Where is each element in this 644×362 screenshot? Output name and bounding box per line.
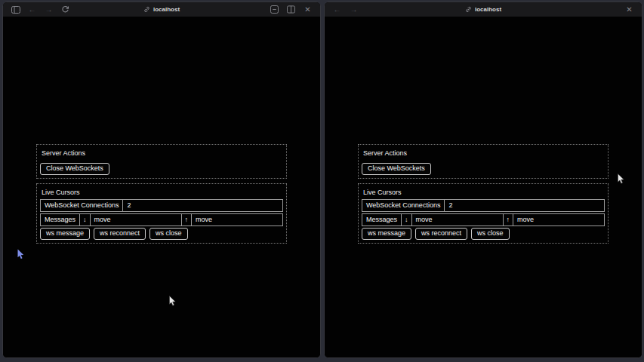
page-title: localhost: [153, 6, 180, 13]
titlebar-left-controls: ← →: [332, 5, 359, 14]
refresh-icon[interactable]: [60, 5, 70, 14]
titlebar-left-controls: ← →: [11, 5, 70, 14]
messages-label: Messages: [41, 214, 80, 225]
link-icon: [465, 6, 472, 13]
live-cursors-panel: Live Cursors WebSocket Connections 2 Mes…: [358, 183, 609, 244]
titlebar[interactable]: ← → localhost ✕: [325, 2, 642, 17]
arrow-up-icon: ↑: [182, 214, 193, 225]
forward-icon[interactable]: →: [44, 5, 54, 14]
ws-reconnect-button[interactable]: ws reconnect: [415, 228, 467, 240]
titlebar[interactable]: ← → localhost ✕: [3, 2, 320, 17]
connections-value: 2: [445, 200, 604, 211]
close-icon[interactable]: ✕: [624, 5, 634, 14]
address-title: localhost: [325, 2, 642, 17]
close-icon[interactable]: ✕: [303, 5, 313, 14]
back-icon[interactable]: ←: [27, 5, 37, 14]
messages-up-value: move: [513, 214, 604, 225]
connections-row: WebSocket Connections 2: [362, 199, 605, 212]
page-title: localhost: [475, 6, 501, 13]
desktop: ← → localhost ✕: [0, 0, 644, 362]
messages-up-value: move: [192, 214, 282, 225]
arrow-up-icon: ↑: [504, 214, 514, 225]
ws-close-button[interactable]: ws close: [149, 228, 188, 240]
connections-label: WebSocket Connections: [41, 200, 123, 211]
live-cursors-title: Live Cursors: [363, 189, 605, 196]
sidebar-toggle-icon[interactable]: [11, 5, 20, 14]
messages-row: Messages ↓ move ↑ move: [40, 213, 283, 226]
ws-reconnect-button[interactable]: ws reconnect: [94, 228, 146, 240]
reader-icon[interactable]: [270, 5, 279, 14]
server-actions-title: Server Actions: [363, 149, 605, 157]
connections-value: 2: [123, 200, 282, 211]
titlebar-right-controls: ✕: [624, 5, 634, 14]
close-websockets-button[interactable]: Close WebSockets: [362, 163, 431, 175]
ws-message-button[interactable]: ws message: [362, 228, 411, 240]
ws-button-row: ws message ws reconnect ws close: [362, 228, 605, 240]
page-content: Server Actions Close WebSockets Live Cur…: [3, 17, 320, 357]
split-view-icon[interactable]: [286, 5, 296, 14]
arrow-down-icon: ↓: [402, 214, 412, 225]
titlebar-right-controls: ✕: [270, 5, 313, 14]
browser-window-right: ← → localhost ✕ Server Actions Close Web…: [324, 2, 642, 358]
back-icon[interactable]: ←: [332, 5, 342, 14]
page-content: Server Actions Close WebSockets Live Cur…: [325, 17, 642, 357]
live-cursors-panel: Live Cursors WebSocket Connections 2 Mes…: [36, 183, 287, 244]
server-actions-title: Server Actions: [42, 149, 283, 157]
messages-label: Messages: [362, 214, 402, 225]
connections-label: WebSocket Connections: [362, 200, 445, 211]
ws-close-button[interactable]: ws close: [471, 228, 510, 240]
server-actions-panel: Server Actions Close WebSockets: [358, 144, 609, 179]
server-actions-panel: Server Actions Close WebSockets: [36, 144, 287, 179]
close-websockets-button[interactable]: Close WebSockets: [40, 163, 109, 175]
live-cursors-title: Live Cursors: [42, 189, 283, 196]
forward-icon[interactable]: →: [349, 5, 359, 14]
ws-message-button[interactable]: ws message: [40, 228, 90, 240]
messages-down-value: move: [412, 214, 504, 225]
messages-row: Messages ↓ move ↑ move: [362, 213, 605, 226]
ws-button-row: ws message ws reconnect ws close: [40, 228, 283, 240]
link-icon: [143, 6, 150, 13]
messages-down-value: move: [91, 214, 182, 225]
browser-window-left: ← → localhost ✕: [2, 2, 321, 358]
connections-row: WebSocket Connections 2: [40, 199, 283, 212]
arrow-down-icon: ↓: [80, 214, 91, 225]
